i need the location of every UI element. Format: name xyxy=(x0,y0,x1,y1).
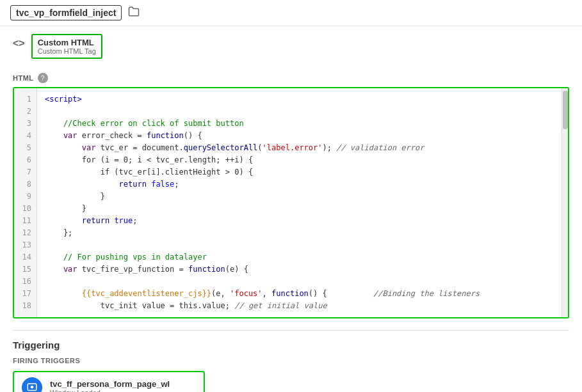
angles-bracket-icon[interactable]: <> xyxy=(13,38,25,49)
window-loaded-icon xyxy=(26,382,38,392)
main-content: <> Custom HTML Custom HTML Tag HTML ? 1 … xyxy=(0,26,582,392)
code-content[interactable]: <script> //Check error on click of submi… xyxy=(37,88,560,317)
tag-chip-title: Custom HTML xyxy=(38,38,96,47)
page-header: tvc_vp_formfield_inject xyxy=(0,0,582,26)
html-label-row: HTML ? xyxy=(13,73,569,83)
scrollbar[interactable] xyxy=(562,88,568,317)
scrollbar-thumb[interactable] xyxy=(563,91,568,129)
code-editor[interactable]: 1 2 3 4 5 6 7 8 9 10 11 12 13 14 15 16 1… xyxy=(13,87,569,318)
trigger-title: tvc_ff_persona_form_page_wl xyxy=(50,379,170,389)
html-label: HTML xyxy=(13,74,34,82)
triggering-title: Triggering xyxy=(13,340,569,350)
svg-point-1 xyxy=(31,386,34,389)
tag-chip[interactable]: Custom HTML Custom HTML Tag xyxy=(31,34,102,59)
page-title: tvc_vp_formfield_inject xyxy=(10,5,122,20)
trigger-item[interactable]: tvc_ff_persona_form_page_wl Window Loade… xyxy=(13,371,205,392)
help-icon[interactable]: ? xyxy=(38,73,48,83)
trigger-icon xyxy=(22,377,42,392)
folder-icon[interactable] xyxy=(128,6,140,20)
line-numbers: 1 2 3 4 5 6 7 8 9 10 11 12 13 14 15 16 1… xyxy=(14,88,37,317)
triggering-section: Triggering Firing Triggers tvc_ff_person… xyxy=(13,340,569,392)
section-divider xyxy=(13,330,569,331)
trigger-text: tvc_ff_persona_form_page_wl Window Loade… xyxy=(50,379,170,393)
firing-triggers-label: Firing Triggers xyxy=(13,357,569,365)
tag-chip-subtitle: Custom HTML Tag xyxy=(38,47,96,55)
trigger-subtitle: Window Loaded xyxy=(50,389,170,393)
